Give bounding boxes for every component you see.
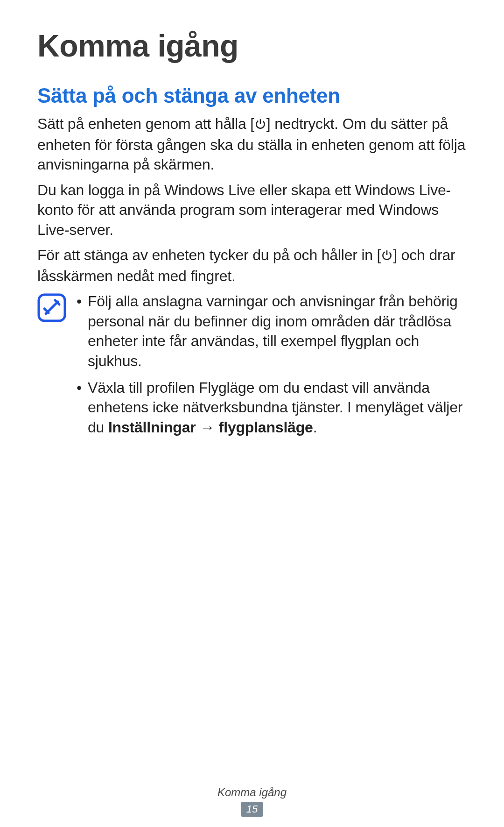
p3-text-before: För att stänga av enheten tycker du på o… bbox=[37, 247, 381, 263]
b2-suffix: . bbox=[313, 419, 317, 436]
page-number-badge: 15 bbox=[241, 802, 263, 817]
page-title: Komma igång bbox=[37, 28, 467, 64]
note-content: • Följ alla anslagna varningar och anvis… bbox=[77, 291, 467, 444]
list-item: • Växla till profilen Flygläge om du end… bbox=[77, 378, 467, 438]
power-icon bbox=[254, 115, 266, 135]
document-page: Komma igång Sätta på och stänga av enhet… bbox=[0, 0, 504, 827]
section-heading: Sätta på och stänga av enheten bbox=[37, 84, 467, 107]
power-icon bbox=[381, 246, 393, 266]
bullet-marker: • bbox=[77, 378, 88, 398]
b2-bold1: Inställningar bbox=[108, 419, 196, 436]
b2-bold2: flygplansläge bbox=[219, 419, 313, 436]
bullet-text-1: Följ alla anslagna varningar och anvisni… bbox=[88, 291, 467, 371]
note-icon bbox=[37, 293, 66, 322]
paragraph-1: Sätt på enheten genom att hålla [] nedtr… bbox=[37, 114, 467, 175]
p1-text-before: Sätt på enheten genom att hålla [ bbox=[37, 115, 254, 132]
list-item: • Följ alla anslagna varningar och anvis… bbox=[77, 291, 467, 371]
page-footer: Komma igång 15 bbox=[0, 786, 504, 817]
bullet-text-2: Växla till profilen Flygläge om du endas… bbox=[88, 378, 467, 438]
bullet-marker: • bbox=[77, 291, 88, 311]
note-block: • Följ alla anslagna varningar och anvis… bbox=[37, 291, 467, 444]
paragraph-3: För att stänga av enheten tycker du på o… bbox=[37, 245, 467, 286]
footer-section-label: Komma igång bbox=[0, 786, 504, 799]
b2-arrow: → bbox=[196, 419, 219, 436]
paragraph-2: Du kan logga in på Windows Live eller sk… bbox=[37, 180, 467, 240]
